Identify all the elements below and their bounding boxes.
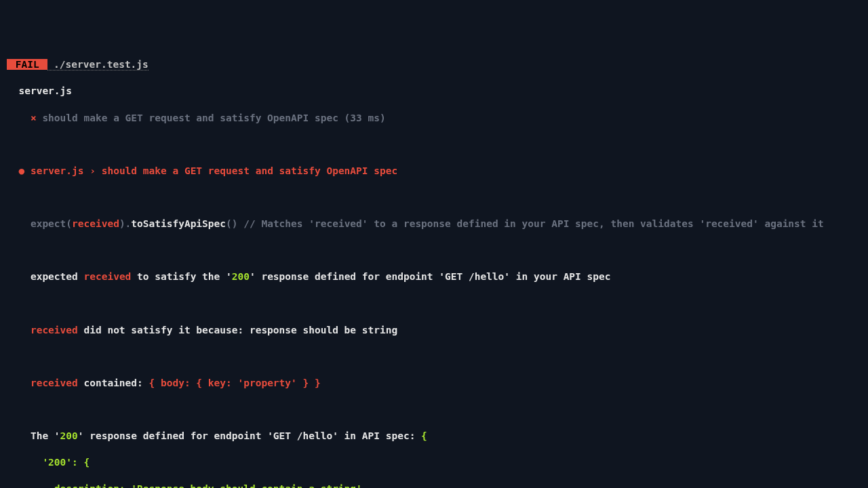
terminal-output: FAIL ./server.test.js server.js × should…: [7, 58, 861, 488]
expect-line: expect(received).toSatisfyApiSpec() // M…: [7, 218, 861, 231]
blank-line: [7, 297, 861, 310]
expected-msg: expected received to satisfy the '200' r…: [7, 270, 861, 284]
x-icon: ×: [31, 113, 37, 123]
fail-badge: FAIL: [7, 59, 47, 70]
spec-line: description: 'Response body should conta…: [7, 483, 861, 488]
suite-line: server.js: [7, 85, 861, 98]
blank-line: [7, 244, 861, 258]
blank-line: [7, 350, 861, 364]
suite-name: server.js: [18, 85, 72, 96]
bullet-icon: ●: [18, 165, 24, 176]
spec-intro: The '200' response defined for endpoint …: [7, 430, 861, 443]
blank-line: [7, 138, 861, 152]
contained-msg: received contained: { body: { key: 'prop…: [7, 377, 861, 390]
fail-title: server.js › should make a GET request an…: [31, 165, 397, 176]
blank-line: [7, 191, 861, 205]
reason-msg: received did not satisfy it because: res…: [7, 324, 861, 338]
test-name: should make a GET request and satisfy Op…: [42, 113, 385, 123]
spec-line: '200': {: [7, 456, 861, 470]
fail-header: FAIL ./server.test.js: [7, 58, 861, 72]
test-file-path: ./server.test.js: [47, 59, 148, 70]
fail-title-line: ● server.js › should make a GET request …: [7, 165, 861, 178]
test-fail-line: × should make a GET request and satisfy …: [7, 112, 861, 125]
blank-line: [7, 403, 861, 417]
